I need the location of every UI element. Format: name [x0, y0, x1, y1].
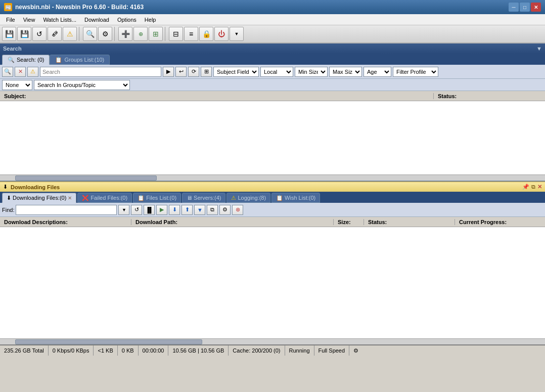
menu-view[interactable]: View	[19, 16, 39, 24]
search-results: Subject: Status:	[0, 91, 545, 175]
servers-tab-label: Servers:(4)	[194, 195, 221, 201]
dl-tab-close[interactable]: ✕	[68, 195, 72, 201]
save-button[interactable]: 💾	[2, 27, 16, 41]
dl-tab-failed[interactable]: ❌ Failed Files:(0)	[77, 193, 132, 203]
status-speed-mode: Full Speed	[314, 345, 350, 356]
menu-bar: File View Watch Lists... Download Option…	[0, 14, 545, 25]
search-results-header: Subject: Status:	[0, 91, 545, 101]
dl-refresh-btn[interactable]: ↺	[131, 205, 142, 215]
close-button[interactable]: ✕	[531, 3, 541, 12]
dl-settings-btn[interactable]: ⚙	[219, 205, 231, 215]
settings-button[interactable]: ⚙	[98, 27, 112, 41]
search-tabs: 🔍 Search: (0) 📋 Groups List:(10)	[0, 54, 545, 65]
status-size1: <1 KB	[94, 345, 117, 356]
close-download-icon[interactable]: ✕	[537, 184, 542, 190]
dl-tab-servers[interactable]: 🖥 Servers:(4)	[182, 193, 225, 203]
maximize-button[interactable]: □	[520, 3, 530, 12]
search-filter-bar: None Search In Groups/Topic	[0, 79, 545, 91]
failed-tab-label: Failed Files:(0)	[90, 195, 127, 201]
dl-status-column-header: Status:	[364, 219, 455, 225]
float-icon[interactable]: ⧉	[531, 184, 535, 190]
app-icon: 📰	[4, 3, 12, 11]
add-button[interactable]: ➕	[118, 27, 132, 41]
status-cache: Cache: 200/200 (0)	[229, 345, 285, 356]
search-button[interactable]: 🔍	[83, 27, 97, 41]
dl-tab-logging[interactable]: ⚠ Logging:(8)	[226, 193, 270, 203]
menu-file[interactable]: File	[2, 16, 19, 24]
groups-tab-icon: 📋	[55, 57, 62, 63]
dl-tab-fileslist[interactable]: 📋 Files List:(0)	[133, 193, 181, 203]
dl-up-btn[interactable]: ⬆	[181, 205, 193, 215]
dl-tab-icon: ⬇	[7, 195, 11, 201]
pin-icon[interactable]: 📌	[522, 184, 529, 190]
dl-play-btn[interactable]: ▶	[156, 205, 167, 215]
search-go-btn[interactable]: ▶	[163, 67, 174, 77]
progress-column-header: Current Progress:	[455, 219, 545, 225]
search-opt-btn[interactable]: ⊞	[201, 67, 212, 77]
download-header-icon: ⬇	[3, 184, 8, 190]
menu-download[interactable]: Download	[80, 16, 113, 24]
search-clear-btn[interactable]: ✕	[15, 67, 26, 77]
status-column-header: Status:	[434, 93, 545, 99]
min-size-combo[interactable]: Min Size	[295, 67, 328, 77]
newsbin-button[interactable]: 🗞	[48, 27, 62, 41]
search-input[interactable]	[40, 67, 161, 77]
search-icon-btn[interactable]: 🔍	[2, 67, 13, 77]
download-panel: ⬇ Downloading Files 📌 ⧉ ✕ ⬇ Downloading …	[0, 182, 545, 344]
find-input[interactable]	[16, 205, 117, 215]
find-dropdown-btn[interactable]: ▼	[118, 205, 129, 215]
save2-button[interactable]: 💾	[17, 27, 31, 41]
status-running: Running	[285, 345, 314, 356]
dl-down2-btn[interactable]: ▼	[194, 205, 205, 215]
subject-field-combo[interactable]: Subject Field	[213, 67, 259, 77]
search-refresh-btn[interactable]: ⚠	[27, 67, 38, 77]
download-scroll-thumb[interactable]	[15, 339, 202, 344]
wishlist-tab-icon: 📋	[276, 195, 283, 201]
search-tab-icon: 🔍	[8, 57, 15, 63]
search-tab-groups[interactable]: 📋 Groups List:(10)	[50, 55, 110, 65]
dropdown-button[interactable]: ▼	[230, 27, 244, 41]
dl-tab-downloading[interactable]: ⬇ Downloading Files:(0) ✕	[2, 193, 76, 203]
menu-help[interactable]: Help	[141, 16, 160, 24]
search-panel-title: Search	[3, 46, 22, 52]
logging-tab-label: Logging:(8)	[238, 195, 266, 201]
filter-profile-combo[interactable]: Filter Profile	[393, 67, 438, 77]
dl-chart-btn[interactable]: ▐▌	[144, 205, 155, 215]
age-combo[interactable]: Age	[364, 67, 391, 77]
dl-copy-btn[interactable]: ⧉	[207, 205, 218, 215]
add3-button[interactable]: ⊞	[149, 27, 163, 41]
status-time: 00:00:00	[139, 345, 169, 356]
add2-button[interactable]: ⊕	[133, 27, 148, 41]
status-settings-icon[interactable]: ⚙	[349, 345, 362, 356]
dl-down-file-btn[interactable]: ⬇	[169, 205, 180, 215]
search-next-btn[interactable]: ⟳	[188, 67, 199, 77]
filter-button[interactable]: ⊟	[169, 27, 183, 41]
status-gb: 10.56 GB | 10.56 GB	[168, 345, 229, 356]
search-panel-header: Search ▼	[0, 43, 545, 54]
lock-button[interactable]: 🔒	[199, 27, 213, 41]
download-scrollbar[interactable]	[0, 338, 545, 344]
search-tab-search[interactable]: 🔍 Search: (0)	[2, 55, 50, 65]
search-in-combo[interactable]: Search In Groups/Topic	[34, 80, 130, 90]
max-size-combo[interactable]: Max Size	[329, 67, 362, 77]
wishlist-tab-label: Wish List:(0)	[285, 195, 315, 201]
search-scroll-thumb[interactable]	[15, 176, 157, 181]
download-results-body	[0, 227, 545, 338]
menu-watchlists[interactable]: Watch Lists...	[39, 16, 80, 24]
none-combo[interactable]: None	[2, 80, 32, 90]
local-combo[interactable]: Local	[260, 67, 293, 77]
minimize-button[interactable]: ─	[509, 3, 519, 12]
download-toolbar: Find: ▼ ↺ ▐▌ ▶ ⬇ ⬆ ▼ ⧉ ⚙ ⊗	[0, 203, 545, 217]
refresh-button[interactable]: ↺	[32, 27, 47, 41]
download-header-title: Downloading Files	[11, 184, 60, 190]
search-panel-collapse-icon[interactable]: ▼	[536, 46, 542, 52]
menu-options[interactable]: Options	[113, 16, 141, 24]
power-button[interactable]: ⏻	[214, 27, 229, 41]
warning-button[interactable]: ⚠	[63, 27, 77, 41]
dl-stop-btn[interactable]: ⊗	[232, 205, 243, 215]
dl-tab-wishlist[interactable]: 📋 Wish List:(0)	[271, 193, 320, 203]
title-bar: 📰 newsbin.nbi - Newsbin Pro 6.60 - Build…	[0, 0, 545, 14]
layout-button[interactable]: ≡	[184, 27, 198, 41]
search-scrollbar[interactable]	[0, 175, 545, 181]
search-prev-btn[interactable]: ↩	[175, 67, 187, 77]
